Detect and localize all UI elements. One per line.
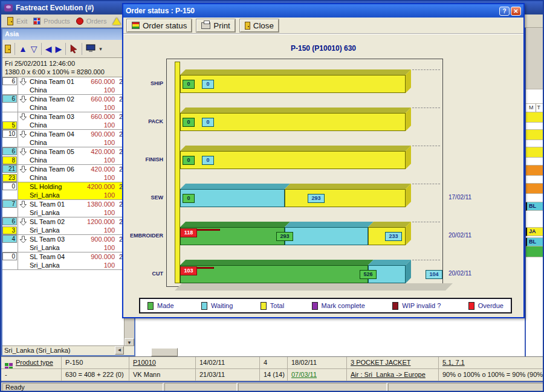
team-row[interactable]: 6China Team 02660.0002China100 xyxy=(2,95,124,112)
summary-cell[interactable]: 5.1, 7.1 xyxy=(439,357,544,368)
dialog-titlebar: Order status : P-150 ? ✕ xyxy=(123,4,523,18)
team-arrow-cell xyxy=(18,182,28,199)
hscroll-thumb-button[interactable] xyxy=(151,348,178,356)
team-efficiency-pct: 100 xyxy=(80,86,115,94)
made-count-box: 0 xyxy=(183,194,195,203)
dialog-close-button[interactable]: ✕ xyxy=(511,7,521,16)
team-row[interactable]: 63SL Team 021200.0002Sri_Lanka100 xyxy=(2,217,124,235)
team-name: SL Holding xyxy=(28,183,80,190)
down-arrow-icon xyxy=(19,113,27,121)
team-arrow-cell xyxy=(18,200,28,217)
category-label: FINISH xyxy=(125,156,163,162)
capacity-menu-item[interactable] xyxy=(112,18,121,25)
board-schedule-cell[interactable]: BL xyxy=(526,202,544,211)
team-arrow-cell xyxy=(18,77,28,94)
team-country: Sri_Lanka xyxy=(28,191,80,199)
close-button[interactable]: Close xyxy=(240,19,279,32)
team-efficiency-pct: 100 xyxy=(80,262,115,269)
team-load-badges: 68 xyxy=(2,147,18,164)
load-badge-top: 6 xyxy=(2,217,17,225)
deadline-dash-line xyxy=(412,222,440,222)
waiting-count-box: 293 xyxy=(308,194,325,203)
team-row[interactable]: 6China Team 01660.0002China100 xyxy=(2,77,124,95)
print-button[interactable]: Print xyxy=(196,19,235,32)
orders-menu-item[interactable]: Orders xyxy=(76,18,107,25)
team-arrow-cell xyxy=(18,235,28,252)
load-badge-bottom: 8 xyxy=(2,156,17,164)
summary-cell[interactable]: P10010 xyxy=(129,357,196,368)
nav-up-icon[interactable]: ▲ xyxy=(19,45,27,53)
team-country: Sri_Lanka xyxy=(28,244,80,251)
legend-item: Total xyxy=(261,302,284,310)
products-menu-item[interactable]: Products xyxy=(33,18,70,25)
team-load-badges: 6 xyxy=(2,77,18,94)
board-schedule-cell[interactable] xyxy=(526,184,544,194)
hscroll-left-button[interactable]: ◄ xyxy=(115,346,124,355)
order-status-button[interactable]: Order status xyxy=(127,19,192,32)
category-label: PACK xyxy=(125,118,163,124)
team-row[interactable]: 0SL Holding4200.0002Sri_Lanka100 xyxy=(2,182,124,200)
asia-panel-titlebar: Asia xyxy=(2,29,134,40)
team-row[interactable]: 5China Team 03660.0002China100 xyxy=(2,112,124,130)
triangle-icon xyxy=(112,18,121,25)
team-row[interactable]: 10China Team 04900.0002China100 xyxy=(2,130,124,147)
category-label: CUT xyxy=(125,271,163,277)
board-schedule-cell[interactable] xyxy=(526,246,544,257)
down-arrow-icon xyxy=(19,78,27,86)
team-row[interactable]: 0SL Team 04900.0002Sri_Lanka100 xyxy=(2,252,124,270)
team-load-badges: 0 xyxy=(2,252,18,269)
team-country: China xyxy=(28,104,80,111)
summary-cell[interactable]: 07/03/11 xyxy=(288,369,347,381)
board-schedule-cell[interactable] xyxy=(526,147,544,158)
team-row[interactable]: 2123China Team 06420.0002China100 xyxy=(2,165,124,182)
team-name: SL Team 01 xyxy=(28,201,80,208)
load-badge-bottom: 23 xyxy=(2,174,17,182)
team-arrow-cell xyxy=(18,165,28,182)
order-status-button-label: Order status xyxy=(143,21,187,30)
team-row[interactable]: 68China Team 05420.0002China100 xyxy=(2,147,124,165)
board-schedule-cell[interactable]: BL xyxy=(526,238,544,246)
board-schedule-cell[interactable]: JA xyxy=(526,228,544,236)
nav-left-icon[interactable]: ◀ xyxy=(45,45,52,53)
monitor-dropdown-icon[interactable]: ▾ xyxy=(99,45,102,53)
team-arrow-cell xyxy=(18,147,28,164)
summary-cell[interactable]: Air : Sri_Lanka -> Europe xyxy=(347,369,439,381)
status-bar: Ready xyxy=(1,382,544,392)
waiting-count-box: 0 xyxy=(202,156,214,165)
main-window-title: Fastreact Evolution (#) xyxy=(16,4,94,12)
team-efficiency-pct: 100 xyxy=(80,156,115,164)
waiting-count-box: 104 xyxy=(426,270,442,279)
pointer-cursor-icon[interactable] xyxy=(70,44,78,54)
summary-cell[interactable]: 3 POCKET JACKET xyxy=(347,357,439,368)
close-panel-door-icon[interactable] xyxy=(5,45,11,53)
team-row[interactable]: 4SL Team 03900.0002Sri_Lanka100 xyxy=(2,235,124,252)
summary-cell: P-150 xyxy=(62,357,129,368)
team-row[interactable]: 7SL Team 011380.0002Sri_Lanka100 xyxy=(2,200,124,217)
legend-swatch xyxy=(261,302,267,310)
orders-label: Orders xyxy=(86,18,107,25)
team-load-badges: 10 xyxy=(2,130,18,147)
bar-segment-waiting xyxy=(285,227,368,245)
load-badge-top: 0 xyxy=(2,182,17,190)
team-capacity-value: 900.000 xyxy=(80,236,115,243)
board-schedule-cell[interactable] xyxy=(526,112,544,123)
waiting-count-box: 233 xyxy=(385,232,402,241)
status-cell xyxy=(388,383,544,391)
board-schedule-cell[interactable] xyxy=(526,130,544,140)
load-badge-top: 10 xyxy=(2,130,17,138)
team-name: China Team 01 xyxy=(28,78,80,85)
nav-right-icon[interactable]: ▶ xyxy=(55,45,62,53)
summary-cell[interactable]: Product type xyxy=(1,357,62,368)
summary-cell: VK Mann xyxy=(129,369,196,381)
team-load-badges: 5 xyxy=(2,112,18,129)
team-list-area: 6China Team 01660.0002China1006China Tea… xyxy=(2,77,134,348)
exit-menu-item[interactable]: Exit xyxy=(7,17,27,25)
monitor-icon[interactable] xyxy=(86,44,96,53)
nav-down-icon[interactable]: ▽ xyxy=(31,45,37,53)
asia-panel: Asia ▲ ▽ ◀ ▶ ▾ Fri 25/02/2011 12:46:00 1… xyxy=(1,28,135,356)
board-schedule-cell[interactable] xyxy=(526,165,544,176)
team-country: Sri_Lanka xyxy=(28,227,80,234)
board-day-header: T xyxy=(536,104,544,112)
board-schedule-cell[interactable] xyxy=(526,28,544,89)
dialog-help-button[interactable]: ? xyxy=(499,7,510,16)
